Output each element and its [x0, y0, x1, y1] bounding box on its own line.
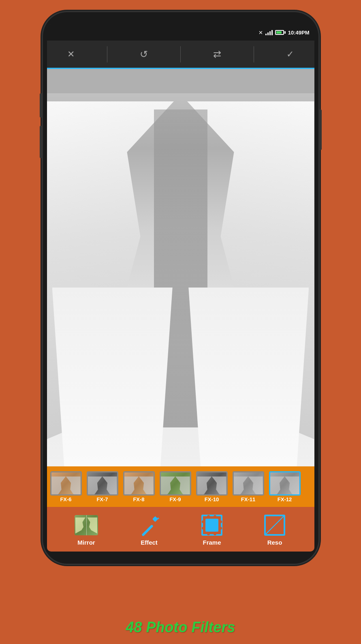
tool-item-reso[interactable]: Reso — [250, 513, 299, 546]
tool-label-frame: Frame — [203, 539, 221, 546]
tool-item-effect[interactable]: ✦✦Effect — [125, 513, 173, 546]
confirm-button[interactable]: ✓ — [278, 45, 302, 64]
fx-label-fx-11: FX-11 — [241, 496, 255, 502]
divider-3 — [254, 46, 254, 62]
fx-thumb-fx-8 — [123, 471, 155, 496]
fx-item-fx-9[interactable]: FX-9 — [158, 471, 193, 502]
tool-label-effect: Effect — [141, 539, 158, 546]
status-bar: ✕ 10:49PM — [47, 24, 314, 41]
battery-icon — [275, 30, 286, 35]
fx-thumb-fx-11 — [233, 471, 264, 496]
volume-down-button[interactable] — [40, 126, 42, 158]
fx-label-fx-6: FX-6 — [60, 496, 71, 502]
shuffle-button[interactable]: ⇄ — [205, 45, 229, 64]
tool-label-mirror: Mirror — [77, 539, 95, 546]
photo-background — [47, 69, 314, 466]
power-button[interactable] — [319, 109, 322, 150]
fx-thumb-fx-12 — [269, 471, 301, 496]
tool-item-frame[interactable]: Frame — [188, 513, 236, 546]
close-button[interactable]: ✕ — [59, 45, 83, 64]
fx-thumb-fx-6 — [50, 471, 82, 496]
reso-icon — [263, 513, 287, 537]
status-time: 10:49PM — [288, 30, 310, 36]
signal-icon — [265, 30, 273, 35]
watermark-text: 48 Photo Filters — [126, 619, 235, 636]
image-preview — [47, 69, 314, 466]
fx-thumb-fx-9 — [160, 471, 191, 496]
fx-item-fx-10[interactable]: FX-10 — [194, 471, 229, 502]
gray-top-bar — [47, 69, 314, 93]
screen: ✕ 10:49PM ✕ ↺ ⇄ ✓ — [47, 24, 314, 552]
fx-item-fx-8[interactable]: FX-8 — [122, 471, 156, 502]
mirror-icon — [74, 513, 98, 537]
phone-shell: ✕ 10:49PM ✕ ↺ ⇄ ✓ — [43, 12, 318, 564]
frame-icon — [200, 513, 224, 537]
fx-filter-strip[interactable]: FX-6FX-7FX-8FX-9FX-10FX-11FX-12 — [47, 466, 314, 507]
fx-label-fx-10: FX-10 — [205, 496, 219, 502]
divider-1 — [107, 46, 107, 62]
fx-thumb-fx-7 — [87, 471, 118, 496]
mute-icon: ✕ — [258, 30, 263, 36]
volume-up-button[interactable] — [40, 93, 42, 118]
fx-label-fx-9: FX-9 — [169, 496, 181, 502]
fx-item-fx-12[interactable]: FX-12 — [267, 471, 302, 502]
wand-icon: ✦✦ — [137, 513, 161, 537]
fx-label-fx-7: FX-7 — [96, 496, 108, 502]
tool-item-mirror[interactable]: Mirror — [62, 513, 111, 546]
fx-item-fx-11[interactable]: FX-11 — [231, 471, 266, 502]
fx-item-fx-6[interactable]: FX-6 — [49, 471, 83, 502]
dress-right — [188, 288, 309, 466]
tool-label-reso: Reso — [267, 539, 282, 546]
bottom-toolbar: Mirror✦✦EffectFrameReso — [47, 507, 314, 552]
refresh-button[interactable]: ↺ — [132, 45, 156, 64]
fx-label-fx-8: FX-8 — [133, 496, 144, 502]
dress-left — [52, 288, 173, 466]
fx-item-fx-7[interactable]: FX-7 — [85, 471, 120, 502]
fx-label-fx-12: FX-12 — [278, 496, 292, 502]
divider-2 — [180, 46, 181, 62]
top-toolbar: ✕ ↺ ⇄ ✓ — [47, 41, 314, 69]
fx-thumb-fx-10 — [196, 471, 228, 496]
